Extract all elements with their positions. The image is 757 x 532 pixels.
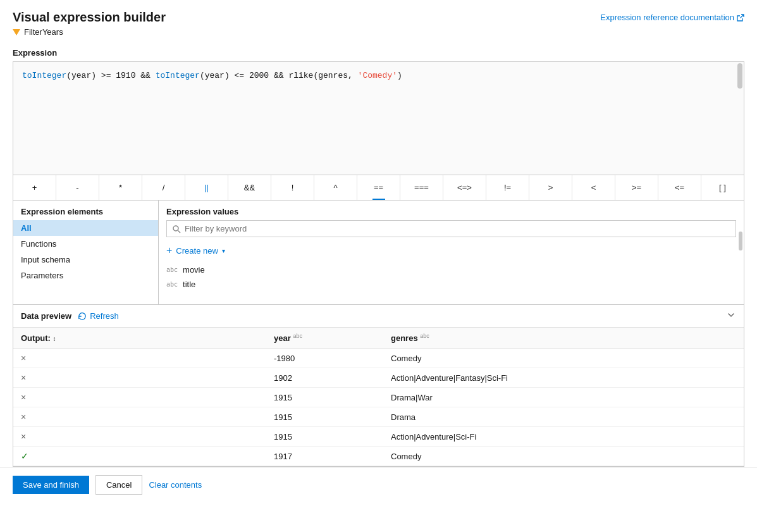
row4-year: 1915 [266, 407, 383, 427]
table-row: × 1915 Drama [13, 407, 744, 427]
create-new-button[interactable]: + Create new ▾ [159, 242, 744, 259]
data-preview-table: Output: ↕ year abc genres abc × -1980 Co… [13, 328, 744, 466]
expression-scrollbar[interactable] [737, 63, 742, 89]
row3-year: 1915 [266, 388, 383, 407]
row2-year: 1902 [266, 368, 383, 388]
expr-paren2: (year) [200, 71, 230, 80]
table-row: × -1980 Comedy [13, 349, 744, 368]
movie-label: movie [183, 265, 205, 275]
row6-year: 1917 [266, 447, 383, 466]
expr-num1: 1910 [116, 71, 135, 80]
data-preview-header: Data preview Refresh [13, 305, 744, 328]
table-row: ✓ 1917 Comedy [13, 447, 744, 466]
op-lte[interactable]: <= [658, 175, 701, 200]
op-bracket[interactable]: [ ] [701, 175, 744, 200]
filter-icon [13, 29, 20, 35]
op-gte[interactable]: >= [615, 175, 658, 200]
col-header-output: Output: ↕ [13, 328, 266, 349]
op-spaceship[interactable]: <=> [443, 175, 486, 200]
doc-link-text: Expression reference documentation [600, 13, 734, 22]
refresh-button[interactable]: Refresh [78, 311, 119, 321]
row6-genres: Comedy [383, 447, 744, 466]
op-strict-eq[interactable]: === [400, 175, 443, 200]
sidebar-item-all[interactable]: All [13, 220, 158, 236]
expression-values-title: Expression values [159, 201, 744, 220]
table-row: × 1915 Action|Adventure|Sci-Fi [13, 427, 744, 447]
row5-output: × [13, 427, 266, 447]
create-new-chevron: ▾ [222, 247, 225, 254]
expr-num2: 2000 [249, 71, 269, 80]
col-header-genres: genres abc [383, 328, 744, 349]
expr-func2: toInteger [156, 71, 200, 80]
save-button[interactable]: Save and finish [13, 476, 89, 494]
create-new-icon: + [166, 245, 172, 256]
operator-bar: + - * / || && ! ^ == === <=> != > < >= <… [13, 175, 744, 201]
movie-type-badge: abc [166, 266, 178, 273]
op-and[interactable]: && [228, 175, 271, 200]
panels-container: Expression elements All Functions Input … [13, 201, 744, 305]
expr-string: 'Comedy' [358, 71, 397, 80]
expression-editor[interactable]: toInteger(year) >= 1910 && toInteger(yea… [13, 61, 744, 175]
row1-output: × [13, 349, 266, 368]
title-type-badge: abc [166, 281, 178, 288]
row5-year: 1915 [266, 427, 383, 447]
row3-genres: Drama|War [383, 388, 744, 407]
op-multiply[interactable]: * [99, 175, 142, 200]
row2-output: × [13, 368, 266, 388]
op-xor[interactable]: ^ [314, 175, 357, 200]
row1-genres: Comedy [383, 349, 744, 368]
row3-output: × [13, 388, 266, 407]
refresh-label: Refresh [90, 311, 119, 321]
expression-label: Expression [13, 48, 744, 58]
doc-link[interactable]: Expression reference documentation [600, 13, 744, 22]
clear-contents-button[interactable]: Clear contents [149, 480, 202, 490]
expr-func3: rlike [288, 71, 313, 80]
title-label: title [183, 280, 195, 289]
op-lt[interactable]: < [572, 175, 615, 200]
value-item-title[interactable]: abc title [159, 277, 744, 292]
sidebar-item-parameters[interactable]: Parameters [13, 268, 158, 283]
refresh-icon [78, 312, 87, 321]
row4-genres: Drama [383, 407, 744, 427]
data-preview-title: Data preview [21, 311, 71, 321]
sidebar-item-functions[interactable]: Functions [13, 236, 158, 252]
cancel-button[interactable]: Cancel [95, 475, 142, 495]
expr-paren1: (year) [66, 71, 96, 80]
filter-input[interactable] [166, 220, 736, 237]
op-neq[interactable]: != [486, 175, 529, 200]
op-minus[interactable]: - [56, 175, 99, 200]
footer-bar: Save and finish Cancel Clear contents [0, 467, 757, 502]
op-not[interactable]: ! [271, 175, 314, 200]
op-eq[interactable]: == [357, 175, 400, 200]
value-item-movie[interactable]: abc movie [159, 263, 744, 277]
op-plus[interactable]: + [13, 175, 56, 200]
create-new-label: Create new [176, 246, 218, 256]
sidebar-item-input-schema[interactable]: Input schema [13, 252, 158, 268]
table-row: × 1902 Action|Adventure|Fantasy|Sci-Fi [13, 368, 744, 388]
row4-output: × [13, 407, 266, 427]
expression-values-panel: Expression values + Create new ▾ abc mov… [159, 201, 744, 304]
page-title: Visual expression builder [13, 10, 166, 25]
right-panel-scrollbar[interactable] [739, 232, 742, 251]
filter-name: FilterYears [24, 27, 63, 37]
expression-elements-title: Expression elements [13, 201, 158, 220]
op-or[interactable]: || [185, 175, 228, 200]
external-link-icon [737, 14, 744, 22]
op-divide[interactable]: / [142, 175, 185, 200]
expr-func1: toInteger [22, 71, 66, 80]
collapse-button[interactable] [726, 310, 736, 322]
col-header-year: year abc [266, 328, 383, 349]
collapse-icon [726, 310, 736, 320]
table-row: × 1915 Drama|War [13, 388, 744, 407]
row6-output: ✓ [13, 447, 266, 466]
expression-elements-panel: Expression elements All Functions Input … [13, 201, 159, 304]
op-gt[interactable]: > [529, 175, 572, 200]
row5-genres: Action|Adventure|Sci-Fi [383, 427, 744, 447]
row1-year: -1980 [266, 349, 383, 368]
data-preview-section: Data preview Refresh Outp [13, 305, 744, 467]
row2-genres: Action|Adventure|Fantasy|Sci-Fi [383, 368, 744, 388]
